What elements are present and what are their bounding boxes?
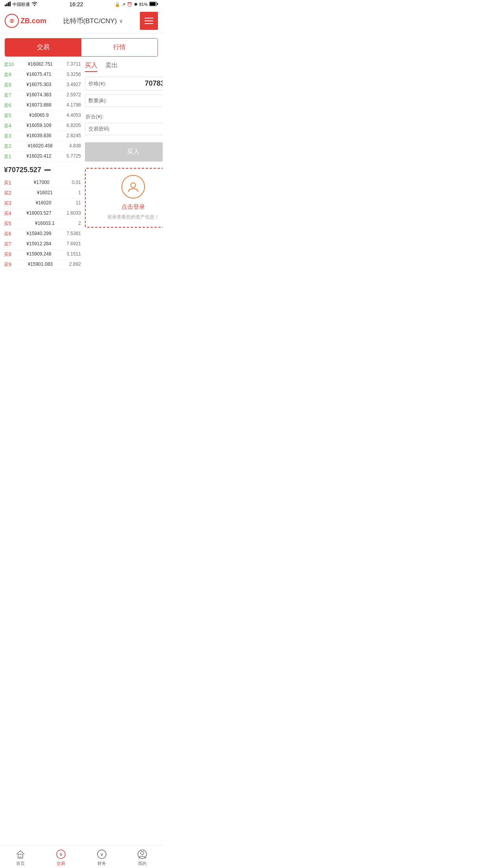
buy-price: ¥16003.527: [26, 210, 51, 217]
tab-sell[interactable]: 卖出: [105, 61, 118, 72]
svg-point-4: [34, 5, 35, 6]
buy-price: ¥16021: [37, 190, 53, 197]
buy-order-row[interactable]: 买5 ¥16003.1 2: [3, 219, 82, 229]
buy-order-row[interactable]: 买1 ¥17000 0.01: [3, 178, 82, 188]
sell-order-row[interactable]: 卖7 ¥16074.383 2.5972: [3, 90, 82, 101]
buy-price: ¥15909.248: [26, 251, 51, 258]
trade-panel: 买入 卖出 价格(¥): 70783.412 数量(Ƀ): 0 折合(¥): 交…: [85, 60, 163, 270]
buy-label: 买5: [4, 221, 11, 227]
tab-market[interactable]: 行情: [81, 39, 158, 56]
logo-icon: ②: [5, 14, 19, 28]
login-prompt: 点击登录 登录查看您的资产信息！: [85, 168, 163, 228]
sell-qty: 7.3711: [66, 61, 81, 68]
menu-button[interactable]: [140, 12, 158, 30]
svg-rect-0: [5, 5, 6, 6]
wifi-icon: [31, 2, 38, 7]
status-right: 🔒 ↗ ⏰ ✱ 81%: [115, 2, 158, 7]
tab-trade[interactable]: 交易: [5, 39, 81, 56]
buy-label: 买6: [4, 231, 11, 237]
price-row: 价格(¥): 70783.412: [85, 77, 163, 90]
battery-label: 81%: [139, 2, 148, 7]
buy-button[interactable]: 买入: [85, 142, 163, 162]
top-tab-bar: 交易 行情: [5, 38, 158, 57]
buy-price: ¥15912.284: [26, 241, 51, 248]
main-content: 卖10 ¥16082.751 7.3711 卖9 ¥16075.471 3.32…: [0, 60, 163, 270]
buy-qty: 0.01: [72, 180, 81, 186]
total-row: 折合(¥):: [85, 111, 163, 123]
buy-order-row[interactable]: 买7 ¥15912.284 7.6921: [3, 239, 82, 250]
buy-label: 买3: [4, 200, 11, 207]
buy-order-row[interactable]: 买4 ¥16003.527 1.6033: [3, 209, 82, 219]
buy-qty: 7.6921: [66, 241, 81, 248]
qty-label: 数量(Ƀ):: [88, 97, 107, 104]
sell-order-row[interactable]: 卖8 ¥16075.303 3.4927: [3, 80, 82, 90]
carrier-label: 中国联通: [13, 2, 30, 7]
sell-qty: 6.8205: [66, 123, 81, 129]
password-row: 交易密码:: [85, 123, 163, 135]
password-label: 交易密码:: [88, 125, 110, 132]
sell-qty: 5.7725: [66, 153, 81, 160]
sell-order-row[interactable]: 卖5 ¥16065.9 4.4053: [3, 111, 82, 121]
header: ② ZB.com 比特币(BTC/CNY) ∨: [0, 9, 163, 33]
status-bar: 中国联通 16:22 🔒 ↗ ⏰ ✱ 81%: [0, 0, 163, 9]
svg-rect-3: [9, 2, 11, 6]
buy-order-row[interactable]: 买6 ¥15940.299 7.5381: [3, 229, 82, 239]
sell-price: ¥16059.109: [26, 123, 51, 129]
sell-price: ¥16039.836: [26, 133, 51, 140]
logo: ② ZB.com: [5, 14, 46, 28]
order-book: 卖10 ¥16082.751 7.3711 卖9 ¥16075.471 3.32…: [3, 60, 82, 270]
buy-label: 买1: [4, 180, 11, 186]
sell-order-row[interactable]: 卖6 ¥16073.888 4.1798: [3, 101, 82, 111]
login-avatar-icon: [121, 175, 145, 199]
sell-order-row[interactable]: 卖9 ¥16075.471 3.3256: [3, 70, 82, 80]
click-login-text[interactable]: 点击登录: [89, 203, 163, 211]
status-left: 中国联通: [5, 2, 38, 7]
sell-price: ¥16075.471: [26, 72, 51, 78]
sell-qty: 4.4053: [66, 112, 81, 119]
status-time: 16:22: [69, 1, 83, 7]
password-input[interactable]: [112, 126, 163, 132]
buy-order-row[interactable]: 买3 ¥16020 11: [3, 199, 82, 209]
buy-order-row[interactable]: 买9 ¥15901.083 2.892: [3, 260, 82, 270]
buy-order-row[interactable]: 买8 ¥15909.248 3.1511: [3, 250, 82, 260]
svg-rect-1: [6, 4, 7, 6]
buy-qty: 1.6033: [66, 210, 81, 217]
sell-label: 卖7: [4, 92, 11, 99]
svg-rect-2: [8, 2, 9, 6]
sell-order-row[interactable]: 卖10 ¥16082.751 7.3711: [3, 60, 82, 70]
sell-orders: 卖10 ¥16082.751 7.3711 卖9 ¥16075.471 3.32…: [3, 60, 82, 162]
sell-label: 卖6: [4, 102, 11, 109]
buy-sell-tabs: 买入 卖出: [85, 60, 163, 72]
sell-qty: 4.838: [69, 143, 81, 150]
price-value[interactable]: 70783.412: [108, 79, 163, 88]
buy-price: ¥16020: [36, 200, 51, 207]
sell-order-row[interactable]: 卖3 ¥16039.836 2.8245: [3, 131, 82, 142]
buy-price: ¥16003.1: [35, 221, 55, 227]
current-price-value: ¥70725.527: [4, 166, 41, 174]
logo-text: ZB.com: [20, 17, 46, 25]
sell-qty: 3.3256: [66, 72, 81, 78]
sell-label: 卖1: [4, 153, 11, 160]
sell-order-row[interactable]: 卖4 ¥16059.109 6.8205: [3, 121, 82, 131]
svg-point-8: [131, 183, 136, 188]
qty-value[interactable]: 0: [108, 97, 163, 104]
sell-qty: 2.8245: [66, 133, 81, 140]
pair-label: 比特币(BTC/CNY): [63, 17, 117, 26]
sell-order-row[interactable]: 卖2 ¥16020.458 4.838: [3, 142, 82, 152]
sell-order-row[interactable]: 卖1 ¥16020.412 5.7725: [3, 152, 82, 162]
sell-price: ¥16075.303: [26, 82, 51, 88]
buy-label: 买8: [4, 251, 11, 258]
header-title[interactable]: 比特币(BTC/CNY) ∨: [63, 17, 123, 26]
buy-label: 买4: [4, 210, 11, 217]
sell-qty: 3.4927: [66, 82, 81, 88]
password-group: 交易密码:: [85, 123, 163, 135]
buy-qty: 2: [78, 221, 81, 227]
buy-order-row[interactable]: 买2 ¥16021 1: [3, 188, 82, 199]
total-label: 折合(¥):: [86, 113, 104, 120]
sell-price: ¥16020.458: [28, 143, 53, 150]
price-label: 价格(¥):: [88, 80, 106, 87]
tab-buy[interactable]: 买入: [85, 61, 97, 72]
login-hint-text: 登录查看您的资产信息！: [89, 214, 163, 221]
svg-rect-7: [150, 2, 156, 6]
qty-row: 数量(Ƀ): 0: [85, 94, 163, 107]
